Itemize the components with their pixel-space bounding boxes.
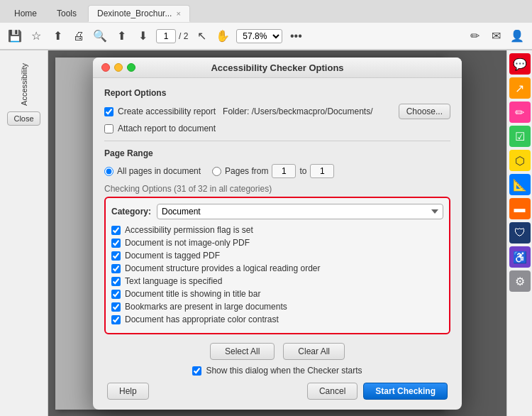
check-item-checkbox-2[interactable]: [111, 251, 121, 261]
accessibility-icon[interactable]: ♿: [509, 246, 531, 268]
start-checking-button[interactable]: Start Checking: [363, 383, 448, 400]
check-item-checkbox-6[interactable]: [111, 302, 121, 312]
traffic-lights: [101, 63, 135, 72]
show-dialog-label: Show this dialog when the Checker starts: [206, 366, 362, 376]
tools-icon[interactable]: ⚙: [509, 270, 531, 292]
sidebar-label: Accessibility: [20, 63, 28, 106]
dialog-title: Accessibility Checker Options: [211, 62, 343, 73]
protect-icon[interactable]: 🛡: [509, 222, 531, 243]
tab-doc-label: Dexinote_Brochur...: [97, 9, 172, 18]
print-icon[interactable]: 🖨: [71, 28, 87, 44]
pages-from-label: Pages from: [225, 166, 268, 176]
check-item-label-4: Text language is specified: [125, 276, 222, 286]
email-icon[interactable]: ✉: [488, 28, 504, 44]
create-report-label: Create accessibility report: [118, 106, 216, 116]
minimize-traffic-light[interactable]: [114, 63, 123, 72]
divider-1: [104, 141, 450, 141]
tab-doc-active[interactable]: Dexinote_Brochur... ×: [88, 5, 190, 22]
tab-close-icon[interactable]: ×: [176, 9, 180, 18]
all-pages-label: All pages in document: [117, 166, 201, 176]
category-box: Category: Document Forms Alternate Text …: [104, 197, 450, 334]
toolbar: 💾 ☆ ⬆ 🖨 🔍 ⬆ ⬇ 1 / 2 ↖ ✋ 57.8% 100% 150% …: [0, 23, 532, 50]
check-item-label-2: Document is tagged PDF: [125, 251, 220, 261]
footer-right-buttons: Cancel Start Checking: [307, 383, 448, 400]
toolbar-right: ✏ ✉ 👤: [467, 28, 525, 44]
user-icon[interactable]: 👤: [509, 28, 525, 44]
comment-icon[interactable]: 💬: [509, 53, 531, 75]
check-item-3: Document structure provides a logical re…: [111, 263, 443, 273]
hand-icon[interactable]: ✋: [215, 28, 231, 44]
check-item-checkbox-0[interactable]: [111, 226, 121, 235]
attach-report-checkbox[interactable]: [104, 124, 113, 133]
cursor-icon[interactable]: ↖: [194, 28, 209, 44]
page-range-row: All pages in document Pages from to: [104, 164, 450, 178]
attach-report-row: Attach report to document: [104, 124, 450, 133]
pages-from-input[interactable]: [272, 164, 296, 178]
maximize-traffic-light[interactable]: [127, 63, 135, 72]
check-item-checkbox-7[interactable]: [111, 315, 121, 324]
check-item-label-0: Accessibility permission flag is set: [125, 225, 253, 235]
bookmark-icon[interactable]: ☆: [28, 28, 44, 44]
next-page-icon[interactable]: ⬇: [135, 28, 150, 44]
category-select[interactable]: Document Forms Alternate Text Tables Lis…: [157, 204, 443, 219]
attach-report-label: Attach report to document: [118, 124, 216, 133]
zoom-out-icon[interactable]: 🔍: [92, 28, 108, 44]
zoom-select[interactable]: 57.8% 100% 150%: [236, 29, 282, 43]
report-options-label: Report Options: [104, 88, 450, 98]
check-item-label-1: Document is not image-only PDF: [125, 238, 250, 248]
upload-icon[interactable]: ⬆: [50, 28, 65, 44]
clear-all-button[interactable]: Clear All: [283, 343, 345, 360]
footer-row: Help Cancel Start Checking: [104, 383, 450, 400]
prev-page-icon[interactable]: ⬆: [113, 28, 129, 44]
checklist-icon[interactable]: ☑: [509, 126, 531, 147]
pages-from-radio[interactable]: [212, 167, 221, 176]
tab-tools[interactable]: Tools: [48, 6, 85, 21]
share-icon[interactable]: ↗: [509, 77, 531, 99]
check-item-checkbox-1[interactable]: [111, 239, 121, 248]
close-sidebar-button[interactable]: Close: [7, 111, 40, 126]
help-button[interactable]: Help: [107, 383, 149, 400]
choose-button[interactable]: Choose...: [399, 104, 450, 119]
redact-icon[interactable]: ▬: [509, 198, 531, 219]
annotate-icon[interactable]: ✏: [467, 28, 482, 44]
page-number-input[interactable]: 1: [156, 29, 176, 43]
check-item-checkbox-5[interactable]: [111, 290, 121, 299]
all-pages-radio[interactable]: [104, 167, 113, 176]
show-dialog-checkbox[interactable]: [192, 366, 201, 376]
show-dialog-row: Show this dialog when the Checker starts: [104, 366, 450, 376]
check-item-1: Document is not image-only PDF: [111, 238, 443, 248]
check-item-label-3: Document structure provides a logical re…: [125, 263, 320, 273]
save-icon[interactable]: 💾: [7, 28, 23, 44]
browser-chrome: Home Tools Dexinote_Brochur... × 💾 ☆ ⬆ 🖨…: [0, 0, 532, 50]
page-range-label: Page Range: [104, 148, 450, 158]
close-traffic-light[interactable]: [101, 63, 110, 72]
check-item-6: Bookmarks are present in large documents: [111, 302, 443, 312]
measure-icon[interactable]: 📐: [509, 174, 531, 195]
cancel-button[interactable]: Cancel: [307, 383, 358, 400]
page-indicator: 1 / 2: [156, 29, 188, 43]
tab-home[interactable]: Home: [6, 6, 45, 21]
dialog-body: Report Options Create accessibility repo…: [93, 78, 462, 410]
check-item-5: Document title is showing in title bar: [111, 289, 443, 299]
pages-to-label: to: [299, 166, 306, 176]
check-item-checkbox-4[interactable]: [111, 277, 121, 286]
edit-icon[interactable]: ✏: [509, 102, 531, 123]
check-items-container: Accessibility permission flag is set Doc…: [111, 225, 443, 324]
check-item-7: Document has appropriate color contrast: [111, 314, 443, 324]
check-item-label-6: Bookmarks are present in large documents: [125, 302, 287, 312]
all-pages-option: All pages in document: [104, 166, 201, 176]
pages-from-option: Pages from to: [212, 164, 334, 178]
select-all-button[interactable]: Select All: [210, 343, 275, 360]
zoom-control: 57.8% 100% 150%: [236, 29, 282, 43]
right-panel: 💬↗✏☑⬡📐▬🛡♿⚙: [506, 50, 532, 416]
dialog: Accessibility Checker Options Report Opt…: [93, 58, 462, 410]
browser-tabs: Home Tools Dexinote_Brochur... ×: [0, 0, 532, 23]
more-icon[interactable]: •••: [288, 28, 304, 44]
pages-to-input[interactable]: [310, 164, 334, 178]
create-report-checkbox[interactable]: [104, 107, 113, 116]
modal-overlay: Accessibility Checker Options Report Opt…: [48, 50, 506, 416]
stamp-icon[interactable]: ⬡: [509, 150, 531, 171]
checking-options-label: Checking Options (31 of 32 in all catego…: [104, 184, 450, 194]
check-item-0: Accessibility permission flag is set: [111, 225, 443, 235]
check-item-checkbox-3[interactable]: [111, 264, 121, 273]
